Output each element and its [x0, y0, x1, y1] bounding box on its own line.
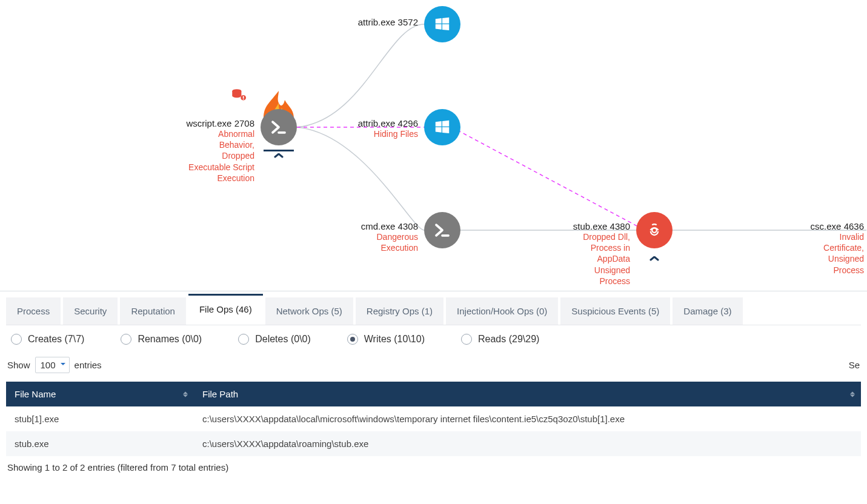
entries-label: entries: [75, 360, 102, 370]
process-node-attrib-4296[interactable]: attrib.exe 4296 Hiding Files: [424, 109, 460, 145]
process-name: stub.exe 4380: [573, 221, 630, 231]
windows-icon: [424, 109, 460, 145]
tab-process[interactable]: Process: [6, 297, 61, 325]
filter-deletes[interactable]: Deletes (0\0): [238, 334, 311, 345]
process-node-attrib-3572[interactable]: attrib.exe 3572: [424, 6, 460, 42]
process-name: wscript.exe 2708: [186, 118, 254, 128]
sort-icon: [850, 389, 855, 399]
table-toolbar: Show 100 entries Se: [6, 353, 861, 377]
cell-file-name: stub.exe: [6, 431, 194, 456]
tab-file-ops[interactable]: File Ops (46): [188, 294, 263, 325]
tab-injection-hook-ops[interactable]: Injection/Hook Ops (0): [446, 297, 558, 325]
chevron-down-icon[interactable]: [274, 150, 284, 162]
show-label: Show: [7, 360, 30, 370]
process-node-wscript[interactable]: wscript.exe 2708 Abnormal Behavior, Drop…: [261, 109, 297, 145]
filter-writes[interactable]: Writes (10\10): [347, 334, 425, 345]
file-ops-filter-group: Creates (7\7) Renames (0\0) Deletes (0\0…: [6, 325, 861, 353]
col-file-path[interactable]: File Path: [194, 382, 861, 406]
process-alert: Dangerous Execution: [361, 231, 418, 253]
process-name: attrib.exe 3572: [358, 17, 418, 27]
table-footer-info: Showing 1 to 2 of 2 entries (filtered fr…: [6, 456, 861, 479]
svg-rect-3: [243, 99, 244, 100]
process-node-cmd[interactable]: cmd.exe 4308 Dangerous Execution: [424, 212, 460, 248]
file-ops-table: File Name File Path stub[1].exe c:\users…: [6, 382, 861, 456]
sort-icon: [183, 389, 188, 399]
cell-file-name: stub[1].exe: [6, 406, 194, 431]
chevron-down-icon[interactable]: [649, 253, 659, 265]
process-name: csc.exe 4636: [811, 221, 864, 231]
table-row[interactable]: stub.exe c:\users\XXXX\appdata\roaming\s…: [6, 431, 861, 456]
filter-reads[interactable]: Reads (29\29): [461, 334, 539, 345]
cell-file-path: c:\users\XXXX\appdata\roaming\stub.exe: [194, 431, 861, 456]
filter-creates[interactable]: Creates (7\7): [11, 334, 84, 345]
terminal-icon: [261, 109, 297, 145]
process-alert: Abnormal Behavior, Dropped Executable Sc…: [186, 128, 254, 184]
windows-icon: [424, 6, 460, 42]
tab-reputation[interactable]: Reputation: [120, 297, 186, 325]
details-panel: Process Security Reputation File Ops (46…: [0, 291, 867, 485]
tab-security[interactable]: Security: [63, 297, 118, 325]
tab-damage[interactable]: Damage (3): [673, 297, 742, 325]
database-alert-icon: [230, 88, 246, 104]
tab-network-ops[interactable]: Network Ops (5): [265, 297, 353, 325]
process-alert: Dropped Dll, Process in AppData Unsigned…: [573, 231, 630, 287]
table-row[interactable]: stub[1].exe c:\users\XXXX\appdata\local\…: [6, 406, 861, 431]
svg-rect-2: [243, 96, 244, 98]
page-size-select[interactable]: 100: [35, 357, 70, 373]
process-name: attrib.exe 4296: [358, 118, 418, 128]
tab-bar: Process Security Reputation File Ops (46…: [6, 291, 861, 325]
terminal-icon: [424, 212, 460, 248]
cell-file-path: c:\users\XXXX\appdata\local\microsoft\wi…: [194, 406, 861, 431]
process-tree-graph[interactable]: wscript.exe 2708 Abnormal Behavior, Drop…: [0, 0, 867, 291]
tab-suspicious-events[interactable]: Suspicious Events (5): [560, 297, 670, 325]
col-file-name[interactable]: File Name: [6, 382, 194, 406]
biohazard-icon: [636, 212, 673, 248]
process-alert: Hiding Files: [358, 128, 418, 139]
process-name: cmd.exe 4308: [361, 221, 418, 231]
tab-registry-ops[interactable]: Registry Ops (1): [356, 297, 443, 325]
process-node-stub[interactable]: stub.exe 4380 Dropped Dll, Process in Ap…: [636, 212, 673, 248]
filter-renames[interactable]: Renames (0\0): [121, 334, 202, 345]
search-label: Se: [849, 360, 860, 370]
process-alert: Invalid Certificate, Unsigned Process: [811, 231, 864, 276]
